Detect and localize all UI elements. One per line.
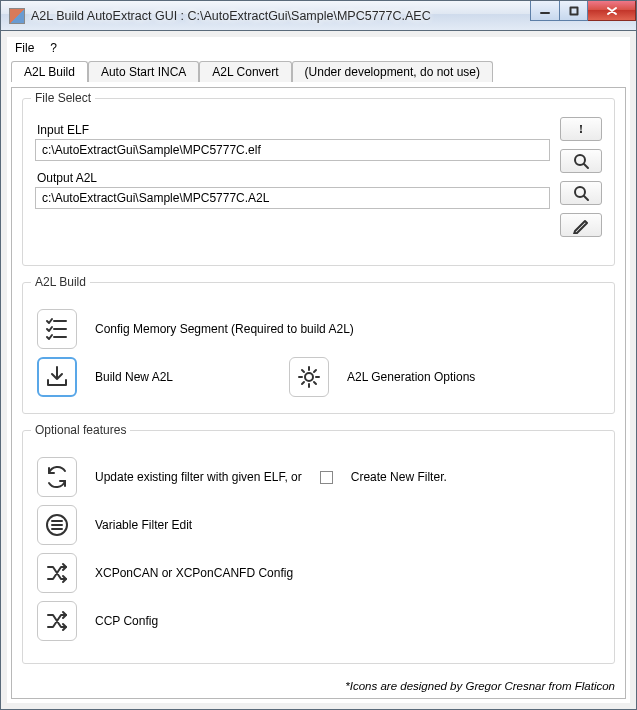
menubar: File ? [7, 37, 630, 59]
generation-options-label: A2L Generation Options [347, 370, 475, 384]
pencil-icon [572, 216, 590, 234]
update-filter-label-pre: Update existing filter with given ELF, o… [95, 470, 302, 484]
file-select-right-column: ! [560, 117, 602, 237]
exclaim-icon: ! [579, 122, 583, 137]
tabstrip: A2L Build Auto Start INCA A2L Convert (U… [7, 59, 630, 81]
close-icon [606, 6, 618, 16]
minimize-button[interactable] [530, 1, 560, 21]
groupbox-a2l-build: A2L Build Config Memory Segment (Require… [22, 282, 615, 414]
groupbox-file-select: File Select Input ELF Output A2L ! [22, 98, 615, 266]
search-icon [572, 152, 590, 170]
tab-page-a2l-build: File Select Input ELF Output A2L ! [11, 87, 626, 699]
browse-output-a2l-button[interactable] [560, 181, 602, 205]
app-icon [9, 8, 25, 24]
groupbox-optional: Optional features Update existing filter… [22, 430, 615, 664]
tab-auto-start-inca[interactable]: Auto Start INCA [88, 61, 199, 82]
tab-under-dev[interactable]: (Under development, do not use) [292, 61, 493, 82]
maximize-icon [569, 6, 579, 16]
config-memory-label: Config Memory Segment (Required to build… [95, 322, 354, 336]
legend-file-select: File Select [31, 91, 95, 105]
svg-point-3 [305, 373, 313, 381]
close-button[interactable] [588, 1, 636, 21]
create-new-filter-label: Create New Filter. [351, 470, 447, 484]
output-a2l-field[interactable] [35, 187, 550, 209]
download-tray-icon [44, 364, 70, 390]
maximize-button[interactable] [560, 1, 588, 21]
create-new-filter-checkbox[interactable] [320, 471, 333, 484]
build-new-a2l-label: Build New A2L [95, 370, 173, 384]
gear-icon [296, 364, 322, 390]
window-frame: File ? A2L Build Auto Start INCA A2L Con… [0, 30, 637, 710]
search-icon [572, 184, 590, 202]
legend-optional: Optional features [31, 423, 130, 437]
label-output-a2l: Output A2L [37, 171, 550, 185]
ccp-config-button[interactable] [37, 601, 77, 641]
edit-output-button[interactable] [560, 213, 602, 237]
build-new-a2l-button[interactable] [37, 357, 77, 397]
ccp-config-label: CCP Config [95, 614, 158, 628]
tab-a2l-convert[interactable]: A2L Convert [199, 61, 291, 82]
refresh-icon [44, 464, 70, 490]
svg-rect-0 [570, 7, 577, 14]
shuffle-icon [44, 560, 70, 586]
shuffle-icon [44, 608, 70, 634]
update-filter-button[interactable] [37, 457, 77, 497]
exclaim-button[interactable]: ! [560, 117, 602, 141]
footer-credit: *Icons are designed by Gregor Cresnar fr… [345, 680, 615, 692]
xcp-config-label: XCPonCAN or XCPonCANFD Config [95, 566, 293, 580]
menu-help[interactable]: ? [50, 41, 57, 55]
browse-input-elf-button[interactable] [560, 149, 602, 173]
window-title: A2L Build AutoExtract GUI : C:\AutoExtra… [31, 9, 431, 23]
input-elf-field[interactable] [35, 139, 550, 161]
menu-file[interactable]: File [15, 41, 34, 55]
tab-a2l-build[interactable]: A2L Build [11, 61, 88, 82]
label-input-elf: Input ELF [37, 123, 550, 137]
checklist-icon [44, 316, 70, 342]
client-area: File ? A2L Build Auto Start INCA A2L Con… [7, 37, 630, 703]
window-buttons [530, 1, 636, 21]
config-memory-button[interactable] [37, 309, 77, 349]
titlebar: A2L Build AutoExtract GUI : C:\AutoExtra… [0, 0, 637, 30]
variable-filter-edit-button[interactable] [37, 505, 77, 545]
list-circle-icon [44, 512, 70, 538]
legend-a2l-build: A2L Build [31, 275, 90, 289]
xcp-config-button[interactable] [37, 553, 77, 593]
variable-filter-edit-label: Variable Filter Edit [95, 518, 192, 532]
minimize-icon [540, 6, 550, 16]
generation-options-button[interactable] [289, 357, 329, 397]
